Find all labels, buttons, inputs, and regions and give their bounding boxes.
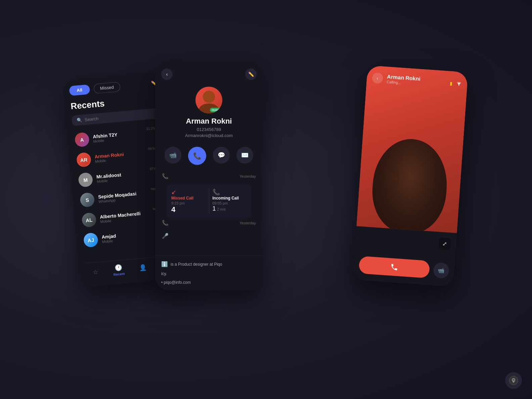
contact-profile: Online Arman Rokni 0123456789 Armanrokni…	[155, 83, 263, 143]
missed-call-label: Missed Call	[171, 196, 206, 201]
incoming-call-label: Incoming Call	[213, 196, 247, 201]
mid-bottom: ℹ️ is a Product designer at Piqo icy. • …	[155, 255, 263, 290]
profile-avatar: Online	[195, 87, 222, 114]
bio-sub-row: icy.	[161, 269, 257, 278]
caller-info: Arman Rokni Calling...	[387, 74, 420, 86]
edit-button[interactable]: ✏️	[245, 69, 257, 80]
missed-call-time: 9:23 pm	[171, 201, 206, 205]
call-button[interactable]: 📞	[188, 147, 206, 165]
header-icons: ▮	[450, 80, 462, 87]
brand-logo	[505, 372, 522, 389]
missed-call-icon: ↙	[171, 188, 206, 196]
call-time: Yesterday	[239, 221, 256, 225]
incoming-call-duration: 2 mnt	[217, 208, 226, 211]
bio-sub: icy.	[161, 271, 167, 276]
bio-row: ℹ️ is a Product designer at Piqo	[161, 259, 257, 269]
call-popup: ↙ Missed Call 9:23 pm 4 📞 Incoming Call …	[167, 184, 251, 218]
nav-contacts[interactable]: 👤	[139, 264, 147, 272]
video-call-button[interactable]: 📹	[165, 147, 181, 164]
bio-email-row: • piqo@info.com	[161, 278, 257, 287]
incoming-call-icon: 📞	[213, 188, 247, 196]
phone-mid: ‹ ✏️ Online Arman Rokni 0123456789 Arman…	[155, 62, 263, 290]
nav-recent[interactable]: 🕐 Recent	[113, 263, 125, 276]
search-bar[interactable]: 🔍 Search	[72, 108, 161, 126]
avatar: AJ	[83, 232, 99, 248]
mid-header: ‹ ✏️	[155, 62, 263, 83]
outgoing-call-icon: 📞	[162, 220, 169, 226]
phone-right: ‹ Arman Rokni Calling... ▮	[353, 65, 468, 286]
call-out-icon: 📞	[162, 173, 169, 179]
tab-missed[interactable]: Missed	[93, 82, 121, 94]
popup-incoming: 📞 Incoming Call 09:05 pm 1 2 mnt	[209, 188, 247, 214]
video-content: ⤢	[355, 86, 467, 257]
svg-point-2	[458, 84, 459, 85]
recent-label: Recent	[114, 272, 125, 276]
end-call-button[interactable]	[358, 256, 430, 278]
call-history-row[interactable]: 📞 Yesterday	[160, 216, 258, 229]
message-button[interactable]: 💬	[213, 147, 230, 164]
contact-info: Arman Rokni Mobile	[94, 151, 124, 163]
contact-info: Mr.alidoost Mobile	[96, 172, 122, 183]
back-button[interactable]: ‹	[161, 69, 173, 80]
action-icons: 📹 📞 💬 ✉️	[155, 143, 263, 170]
contact-info: Sepide Moqadasi WhatsApp	[98, 191, 137, 204]
avatar: A	[75, 132, 90, 147]
incoming-call-count: 1	[213, 205, 216, 212]
svg-point-4	[513, 379, 515, 381]
bio-text: is a Product designer at Piqo	[171, 262, 222, 267]
missed-call-count: 4	[171, 205, 206, 214]
call-history-row[interactable]: 🎤	[160, 229, 258, 240]
svg-point-0	[203, 91, 215, 103]
tabs-row: All Missed ✏️	[69, 79, 158, 96]
contact-info: Afshin T2Y Mobile	[93, 132, 118, 143]
call-history-row[interactable]: 📞 Yesterday	[160, 170, 258, 183]
call-time: Yesterday	[239, 174, 256, 178]
search-placeholder: Search	[84, 116, 98, 122]
search-icon: 🔍	[77, 118, 82, 123]
video-toggle-button[interactable]: 📹	[433, 262, 449, 279]
online-badge: Online	[210, 108, 222, 112]
fullscreen-button[interactable]: ⤢	[438, 237, 451, 250]
wifi-icon	[456, 81, 462, 87]
star-icon: ☆	[92, 268, 98, 276]
mic-icon: 🎤	[162, 233, 169, 239]
nav-favorites[interactable]: ☆	[92, 268, 98, 276]
clock-icon: 🕐	[115, 264, 123, 272]
profile-email: Armanrokni@icloud.com	[185, 133, 233, 138]
contact-info: Amjad Mobile	[101, 233, 117, 244]
bio-email: • piqo@info.com	[161, 280, 191, 285]
battery-icon: ▮	[450, 81, 453, 86]
tab-all[interactable]: All	[69, 84, 90, 96]
info-icon: ℹ️	[161, 261, 168, 267]
incoming-call-time: 09:05 pm	[213, 201, 247, 205]
profile-name: Arman Rokni	[186, 117, 232, 126]
avatar: M	[78, 172, 93, 188]
avatar: S	[80, 192, 95, 208]
contact-info: Alberto Macherelli Mobile	[100, 211, 141, 223]
email-button[interactable]: ✉️	[236, 147, 253, 164]
profile-phone: 0123456789	[197, 127, 221, 132]
popup-missed: ↙ Missed Call 9:23 pm 4	[171, 188, 206, 214]
avatar: AR	[76, 152, 92, 168]
avatar: AL	[81, 212, 97, 228]
contact-sub: Mobile	[102, 238, 117, 244]
back-button[interactable]: ‹	[372, 72, 383, 84]
call-history: 📞 Yesterday ↙ Missed Call 9:23 pm 4 📞	[155, 170, 263, 255]
person-icon: 👤	[139, 264, 147, 272]
